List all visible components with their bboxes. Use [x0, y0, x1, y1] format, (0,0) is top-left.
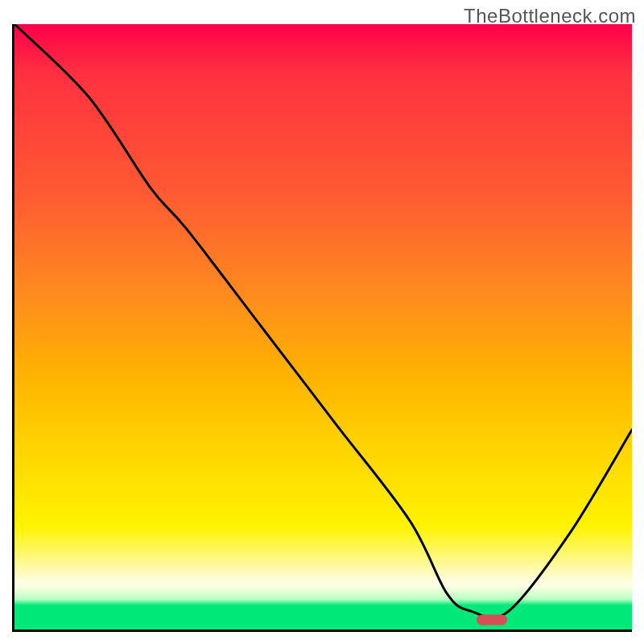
optimum-marker	[477, 614, 507, 625]
figure: TheBottleneck.com	[0, 0, 644, 644]
curve-svg	[14, 24, 632, 630]
plot-area	[12, 24, 632, 632]
watermark-text: TheBottleneck.com	[464, 5, 636, 27]
bottleneck-curve	[14, 24, 632, 618]
